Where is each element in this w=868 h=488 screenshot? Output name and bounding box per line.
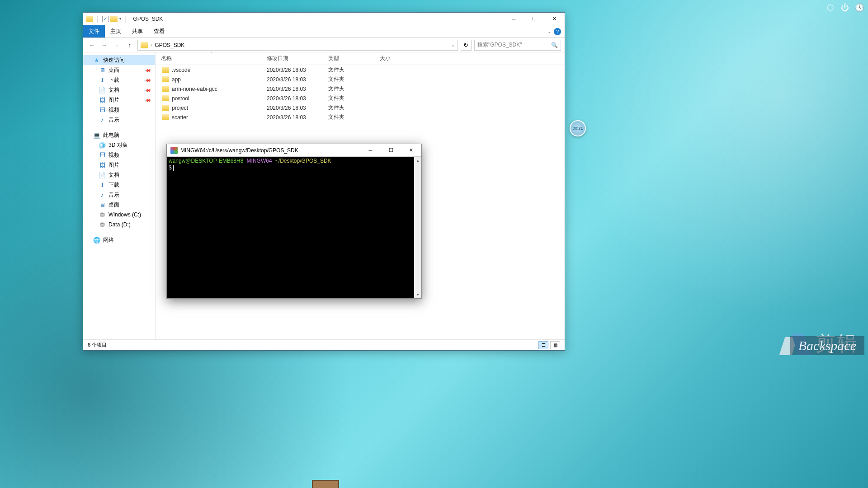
nav-music[interactable]: ♪ 音乐 bbox=[83, 115, 155, 125]
tab-file[interactable]: 文件 bbox=[83, 25, 105, 38]
file-row[interactable]: app2020/3/26 18:03文件夹 bbox=[156, 75, 565, 84]
forward-button[interactable]: → bbox=[99, 40, 109, 50]
power-icon[interactable]: ⏻ bbox=[840, 3, 850, 13]
back-button[interactable]: ← bbox=[87, 40, 97, 50]
icons-view-button[interactable]: ▦ bbox=[550, 341, 560, 349]
minimize-button[interactable]: ─ bbox=[360, 144, 381, 157]
nav-3dobjects[interactable]: 🧊 3D 对象 bbox=[83, 140, 155, 150]
desktop-icon: 🖥 bbox=[99, 66, 106, 74]
file-name: .vscode bbox=[172, 67, 190, 73]
col-date-header[interactable]: 修改日期 bbox=[267, 55, 328, 62]
search-input[interactable]: 搜索"GPOS_SDK" 🔍 bbox=[474, 40, 561, 51]
recording-timer[interactable]: 00:21 bbox=[570, 120, 586, 136]
details-view-button[interactable]: ☰ bbox=[538, 341, 548, 349]
minimize-button[interactable]: ─ bbox=[504, 13, 524, 25]
nav-pictures[interactable]: 🖼 图片 📌 bbox=[83, 95, 155, 105]
nav-documents2[interactable]: 📄 文档 bbox=[83, 170, 155, 180]
help-icon[interactable]: ? bbox=[554, 28, 561, 35]
file-date: 2020/3/26 18:03 bbox=[267, 95, 328, 102]
folder-icon bbox=[162, 76, 169, 82]
nav-videos[interactable]: 🎞 视频 bbox=[83, 105, 155, 115]
nav-cdrive[interactable]: ⛃ Windows (C:) bbox=[83, 210, 155, 220]
tab-home[interactable]: 主页 bbox=[105, 25, 127, 38]
nav-videos2[interactable]: 🎞 视频 bbox=[83, 150, 155, 160]
terminal-output[interactable]: wangw@DESKTOP-EMB68H8 MINGW64 ~/Desktop/… bbox=[167, 157, 414, 298]
document-icon: 📄 bbox=[99, 86, 106, 94]
nav-desktop[interactable]: 🖥 桌面 📌 bbox=[83, 65, 155, 75]
search-icon[interactable]: 🔍 bbox=[551, 42, 558, 48]
close-button[interactable]: ✕ bbox=[544, 13, 565, 25]
prompt-path: ~/Desktop/GPOS_SDK bbox=[275, 158, 331, 164]
breadcrumb-current[interactable]: GPOS_SDK bbox=[155, 42, 184, 48]
file-type: 文件夹 bbox=[328, 113, 380, 121]
ribbon-collapse-icon[interactable]: ⌄ bbox=[547, 29, 551, 34]
system-tray: ⬡ ⏻ 🕓 bbox=[826, 3, 864, 13]
picture-icon: 🖼 bbox=[99, 96, 106, 103]
navigation-pane: ★ 快速访问 🖥 桌面 📌 ⬇ 下载 📌 📄 文档 📌 bbox=[83, 52, 156, 339]
up-button[interactable]: ↑ bbox=[125, 40, 135, 50]
file-name: arm-none-eabi-gcc bbox=[172, 86, 217, 92]
nav-network[interactable]: 🌐 网络 bbox=[83, 235, 155, 245]
video-icon: 🎞 bbox=[99, 106, 106, 113]
chevron-right-icon[interactable]: › bbox=[151, 42, 152, 47]
col-size-header[interactable]: 大小 bbox=[380, 55, 420, 62]
file-date: 2020/3/26 18:03 bbox=[267, 76, 328, 83]
nav-thispc[interactable]: 💻 此电脑 bbox=[83, 130, 155, 140]
terminal-titlebar[interactable]: MINGW64:/c/Users/wangw/Desktop/GPOS_SDK … bbox=[167, 144, 421, 157]
qat-dropdown[interactable]: ▾ bbox=[119, 17, 121, 21]
pin-icon: 📌 bbox=[144, 66, 151, 74]
address-dropdown-icon[interactable]: ⌄ bbox=[451, 42, 455, 47]
maximize-button[interactable]: ☐ bbox=[381, 144, 401, 157]
file-row[interactable]: postool2020/3/26 18:03文件夹 bbox=[156, 94, 565, 103]
file-row[interactable]: .vscode2020/3/26 18:03文件夹 bbox=[156, 65, 565, 75]
file-row[interactable]: project2020/3/26 18:03文件夹 bbox=[156, 103, 565, 113]
scroll-up-icon[interactable]: ▴ bbox=[414, 157, 421, 164]
folder-icon bbox=[110, 16, 118, 22]
terminal-body: wangw@DESKTOP-EMB68H8 MINGW64 ~/Desktop/… bbox=[167, 157, 421, 298]
nav-downloads2[interactable]: ⬇ 下载 bbox=[83, 180, 155, 190]
explorer-titlebar[interactable]: | ✓ ▾ | GPOS_SDK ─ ☐ ✕ bbox=[83, 13, 565, 25]
folder-icon bbox=[162, 95, 169, 101]
network-icon: 🌐 bbox=[93, 236, 100, 244]
nav-music2[interactable]: ♪ 音乐 bbox=[83, 190, 155, 200]
terminal-title: MINGW64:/c/Users/wangw/Desktop/GPOS_SDK bbox=[180, 147, 298, 154]
music-icon: ♪ bbox=[99, 191, 106, 198]
tab-share[interactable]: 共享 bbox=[127, 25, 148, 38]
nav-downloads[interactable]: ⬇ 下载 📌 bbox=[83, 75, 155, 85]
nav-desktop2[interactable]: 🖥 桌面 bbox=[83, 200, 155, 210]
pc-icon: 💻 bbox=[93, 131, 100, 139]
nav-documents[interactable]: 📄 文档 📌 bbox=[83, 85, 155, 95]
file-type: 文件夹 bbox=[328, 104, 380, 112]
file-type: 文件夹 bbox=[328, 66, 380, 74]
shield-icon[interactable]: ⬡ bbox=[826, 3, 835, 13]
refresh-button[interactable]: ↻ bbox=[461, 40, 472, 51]
file-row[interactable]: arm-none-eabi-gcc2020/3/26 18:03文件夹 bbox=[156, 84, 565, 94]
star-icon: ★ bbox=[93, 56, 100, 64]
music-icon: ♪ bbox=[99, 116, 106, 123]
scroll-down-icon[interactable]: ▾ bbox=[414, 291, 421, 298]
nav-quick-access[interactable]: ★ 快速访问 bbox=[83, 55, 155, 65]
folder-icon bbox=[162, 114, 169, 120]
file-date: 2020/3/26 18:03 bbox=[267, 105, 328, 111]
drive-icon: ⛃ bbox=[99, 221, 106, 228]
window-controls: ─ ☐ ✕ bbox=[504, 13, 565, 25]
clock-icon[interactable]: 🕓 bbox=[854, 3, 864, 13]
sort-asc-icon: ⌃ bbox=[210, 52, 213, 56]
file-row[interactable]: scatter2020/3/26 18:03文件夹 bbox=[156, 113, 565, 122]
nav-pictures2[interactable]: 🖼 图片 bbox=[83, 160, 155, 170]
file-type: 文件夹 bbox=[328, 94, 380, 102]
maximize-button[interactable]: ☐ bbox=[524, 13, 544, 25]
close-button[interactable]: ✕ bbox=[401, 144, 421, 157]
tab-view[interactable]: 查看 bbox=[148, 25, 170, 38]
video-icon: 🎞 bbox=[99, 151, 106, 159]
terminal-scrollbar[interactable]: ▴ ▾ bbox=[414, 157, 421, 298]
picture-icon: 🖼 bbox=[99, 161, 106, 169]
address-bar[interactable]: › GPOS_SDK ⌄ bbox=[137, 40, 458, 51]
file-name: project bbox=[172, 105, 188, 111]
properties-check-icon[interactable]: ✓ bbox=[102, 16, 108, 22]
col-name-header[interactable]: 名称 ⌃ bbox=[156, 55, 267, 62]
folder-icon bbox=[141, 42, 148, 48]
recent-dropdown[interactable]: ⌄ bbox=[112, 40, 122, 50]
nav-ddrive[interactable]: ⛃ Data (D:) bbox=[83, 220, 155, 230]
col-type-header[interactable]: 类型 bbox=[328, 55, 380, 62]
